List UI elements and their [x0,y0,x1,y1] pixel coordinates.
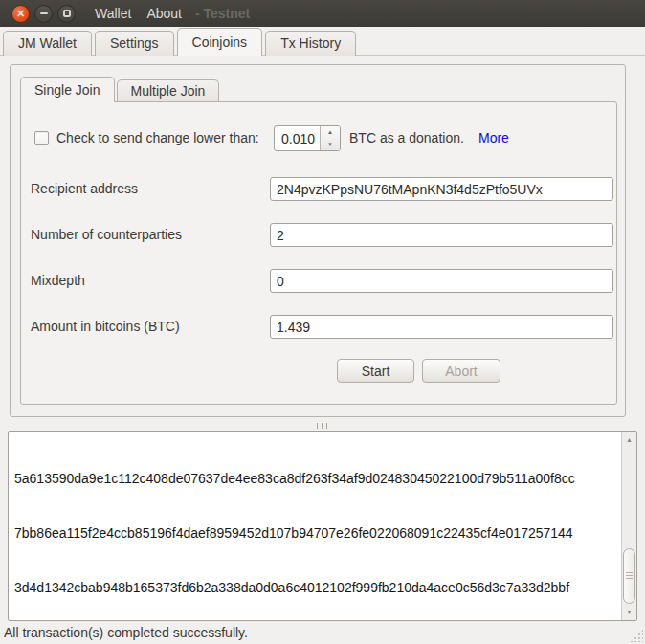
subtab-multiple-join[interactable]: Multiple Join [117,79,220,101]
menu-wallet[interactable]: Wallet [95,6,131,21]
donation-suffix-label: BTC as a donation. [349,130,464,145]
tab-settings[interactable]: Settings [95,31,174,56]
status-text: All transaction(s) completed successfull… [4,625,248,640]
resize-grip[interactable] [630,629,643,642]
join-subtabbar: Single Join Multiple Join [20,77,221,101]
mixdepth-label: Mixdepth [31,269,85,292]
close-icon: ✕ [16,9,25,19]
donation-checkbox[interactable] [34,131,49,145]
minimize-button[interactable] [34,5,53,23]
titlebar: ✕ Wallet About - Testnet [0,0,645,27]
donation-checkbox-label: Check to send change lower than: [56,130,259,145]
subtab-single-join[interactable]: Single Join [20,77,115,102]
minimize-icon [40,12,48,14]
more-link[interactable]: More [478,130,509,145]
recipient-address-label: Recipient address [31,177,138,200]
chevron-up-icon[interactable]: ▲ [321,126,340,139]
splitter-handle[interactable] [317,423,329,429]
maximize-button[interactable] [57,5,76,23]
menu-about[interactable]: About [146,6,182,21]
tab-tx-history[interactable]: Tx History [265,31,356,56]
window-title: - Testnet [195,6,250,21]
tab-jm-wallet[interactable]: JM Wallet [3,31,92,56]
log-output[interactable]: 5a613590da9e1c112c408de07637de4ee83ca8df… [8,431,637,621]
counterparties-label: Number of counterparties [31,223,182,246]
chevron-down-icon[interactable]: ▼ [321,139,340,151]
donation-row: Check to send change lower than: ▲ ▼ BTC… [21,123,616,152]
scrollbar-grip-icon [626,572,633,580]
mixdepth-input[interactable] [270,269,613,293]
log-line: 5a613590da9e1c112c408de07637de4ee83ca8df… [14,470,618,488]
log-line: 3d4d1342cbab948b165373fd6b2a338da0d0a6c4… [14,579,618,597]
amount-btc-input[interactable] [270,315,613,339]
log-scrollbar[interactable]: ▲ ▼ [621,432,636,620]
coinjoins-panel: Single Join Multiple Join Check to send … [10,64,626,417]
donation-amount-input[interactable] [275,126,320,150]
scrollbar-thumb[interactable] [623,548,635,604]
counterparties-input[interactable] [270,223,613,247]
amount-btc-label: Amount in bitcoins (BTC) [31,315,180,338]
scroll-up-icon[interactable]: ▲ [622,433,636,446]
tab-coinjoins[interactable]: Coinjoins [177,28,263,56]
close-button[interactable]: ✕ [11,5,30,23]
spin-arrows: ▲ ▼ [320,126,340,150]
abort-button[interactable]: Abort [422,359,500,383]
scroll-down-icon[interactable]: ▼ [622,606,636,618]
recipient-address-input[interactable] [270,177,613,201]
log-line: 7bb86ea115f2e4ccb85196f4daef8959452d107b… [14,524,618,543]
main-tabbar: JM Wallet Settings Coinjoins Tx History [3,28,359,56]
single-join-pane: Check to send change lower than: ▲ ▼ BTC… [20,101,617,405]
statusbar: All transaction(s) completed successfull… [0,622,645,644]
maximize-icon [63,10,71,17]
start-button[interactable]: Start [337,359,414,383]
donation-amount-spinbox[interactable]: ▲ ▼ [274,125,341,151]
log-text: 5a613590da9e1c112c408de07637de4ee83ca8df… [14,433,618,621]
